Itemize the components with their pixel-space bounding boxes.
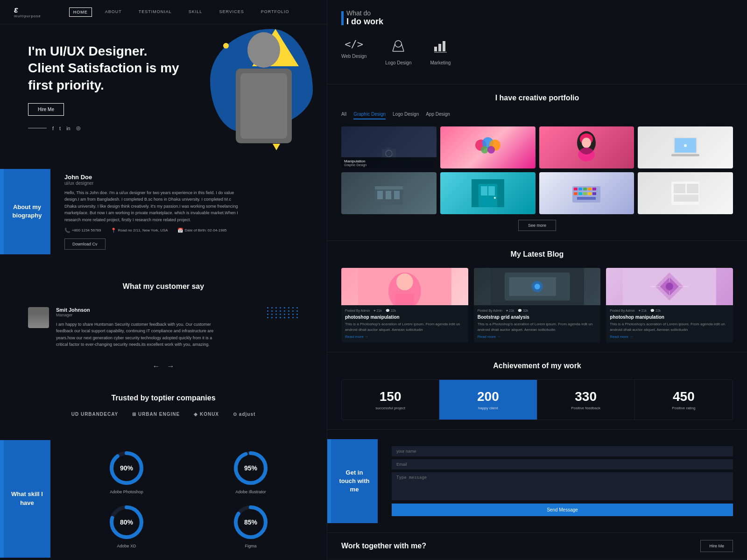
work-together-hire-button[interactable]: Hire Me — [700, 540, 733, 552]
blog-info-1: Posted By Admin ♥ 21k 💬 22k photoshop ma… — [341, 305, 468, 343]
portfolio-item-1: Manipulation Graphic Design — [341, 126, 437, 168]
blog-author-3: Posted By Admin — [610, 309, 634, 313]
svg-rect-68 — [583, 188, 587, 190]
achievement-item-3: 330 Positive feedback — [537, 380, 635, 420]
svg-line-32 — [393, 44, 395, 51]
svg-point-45 — [481, 146, 488, 154]
blog-likes-3: ♥ 21k — [639, 309, 647, 313]
nav-skill[interactable]: SKILL — [185, 7, 206, 17]
svg-rect-80 — [674, 195, 698, 202]
svg-rect-35 — [434, 47, 437, 51]
svg-point-83 — [396, 273, 413, 290]
prev-arrow[interactable]: ← — [153, 362, 160, 371]
see-more-button[interactable]: See more — [518, 220, 556, 231]
achievement-number-2: 200 — [449, 389, 527, 404]
contact-name-input[interactable] — [392, 446, 733, 456]
company-urban-decay: UD URBANDECAY — [71, 412, 118, 417]
read-more-3[interactable]: Read more → — [610, 335, 729, 339]
next-arrow[interactable]: → — [167, 362, 175, 371]
svg-rect-67 — [578, 188, 582, 190]
location-icon: 📍 — [111, 228, 116, 233]
nav-links: HOME ABOUT TESTIMONIAL SKILL SERVICES PO… — [69, 7, 293, 17]
skill-circles: 90% Adobe Photoshop 95% A — [69, 449, 308, 548]
svg-rect-62 — [481, 186, 487, 196]
about-name: John Doe — [64, 174, 313, 181]
svg-rect-76 — [577, 197, 596, 200]
svg-rect-57 — [386, 191, 391, 199]
facebook-icon[interactable]: f — [52, 126, 54, 131]
achievement-item-2: 200 happy client — [439, 380, 537, 420]
about-blue-bar — [0, 169, 4, 254]
about-dob: 📅 Date of Birth: 02-04-1985 — [177, 228, 227, 233]
contact-email-input[interactable] — [392, 459, 733, 469]
blog-title: My Latest Blog — [341, 250, 733, 259]
skill-photoshop: 90% Adobe Photoshop — [69, 449, 184, 494]
svg-rect-66 — [574, 188, 578, 190]
nav-about[interactable]: ABOUT — [101, 7, 126, 17]
testimonial-title: What my customer say — [28, 282, 299, 291]
tab-logo-design[interactable]: Logo Design — [393, 112, 419, 119]
portfolio-item-2 — [440, 126, 536, 168]
contact-label-box: Get in touch with me — [331, 439, 378, 523]
skill-xd-name: Adobe XD — [117, 544, 136, 548]
tab-graphic-design[interactable]: Graphic Design — [353, 112, 386, 119]
right-marketing-icon — [433, 38, 448, 56]
achievement-label-2: happy client — [449, 406, 527, 410]
tab-app-design[interactable]: App Design — [426, 112, 450, 119]
work-together-section: Work together with me? Hire Me — [327, 532, 747, 559]
blog-comments-2: 💬 32k — [518, 309, 528, 313]
logo-icon: ε — [14, 6, 41, 14]
achievement-section: Achievement of my work 150 successful pr… — [327, 352, 747, 429]
tab-all[interactable]: All — [341, 112, 346, 119]
achievement-item-1: 150 successful project — [342, 380, 439, 420]
send-message-button[interactable]: Send Message — [392, 504, 733, 516]
about-address: 📍 Road no 2/11, New York, USA — [111, 228, 168, 233]
skill-illustrator-circle: 95% — [232, 449, 269, 487]
calendar-icon: 📅 — [177, 228, 183, 233]
svg-rect-70 — [592, 188, 596, 190]
achievement-number-1: 150 — [351, 389, 430, 404]
hire-me-button[interactable]: Hire Me — [28, 103, 64, 116]
svg-point-0 — [247, 32, 280, 68]
blog-comments-1: 💬 22k — [386, 309, 396, 313]
portfolio-title: I have creative portfolio — [341, 94, 733, 102]
achievement-grid: 150 successful project 200 happy client … — [341, 379, 733, 420]
logo-text: multipurpose — [14, 14, 41, 18]
read-more-1[interactable]: Read more → — [345, 335, 465, 339]
skill-illustrator: 95% Adobe Illustrator — [193, 449, 308, 494]
contact-form: Send Message — [378, 439, 747, 523]
portfolio-label-1: Manipulation Graphic Design — [341, 157, 437, 168]
twitter-icon[interactable]: t — [59, 126, 61, 131]
nav-portfolio[interactable]: PORTFOLIO — [257, 7, 293, 17]
svg-rect-69 — [588, 188, 592, 190]
navigation: ε multipurpose HOME ABOUT TESTIMONIAL SK… — [0, 0, 327, 24]
download-cv-button[interactable]: Download Cv — [64, 238, 106, 250]
instagram-icon[interactable]: ◎ — [76, 125, 81, 131]
blog-author-1: Posted By Admin — [345, 309, 370, 313]
read-more-2[interactable]: Read more → — [478, 335, 597, 339]
nav-testimonial[interactable]: TESTIMONIAL — [135, 7, 176, 17]
skill-photoshop-percent: 90% — [120, 464, 133, 472]
right-logo-design: Logo Design — [385, 38, 411, 65]
nav-services[interactable]: SERVICES — [215, 7, 247, 17]
skill-xd-circle: 80% — [108, 504, 145, 541]
contact-message-input[interactable] — [392, 472, 733, 500]
hero-image-area — [196, 24, 327, 155]
portfolio-item-8 — [638, 172, 733, 214]
right-web-design-icon: </> — [345, 38, 363, 50]
svg-point-50 — [578, 147, 595, 161]
nav-home[interactable]: HOME — [69, 7, 92, 17]
hero-person-svg — [226, 27, 301, 143]
svg-rect-84 — [395, 294, 414, 305]
svg-rect-71 — [574, 192, 578, 195]
work-together-title: Work together with me? — [341, 542, 426, 550]
blog-desc-3: This is a Photoshop's aceration of Lorem… — [610, 322, 729, 333]
linkedin-icon[interactable]: in — [66, 126, 70, 131]
company-logos: UD URBANDECAY ⊞ URBAN ENGINE ◈ KONUX ⊙ a… — [28, 412, 299, 417]
contact-blue-bar — [327, 439, 331, 523]
phone-icon: 📞 — [64, 228, 70, 233]
achievement-label-4: Positive rating — [644, 406, 723, 410]
svg-rect-53 — [671, 154, 699, 156]
right-marketing: Marketing — [430, 38, 451, 65]
dot-pattern — [267, 307, 299, 318]
